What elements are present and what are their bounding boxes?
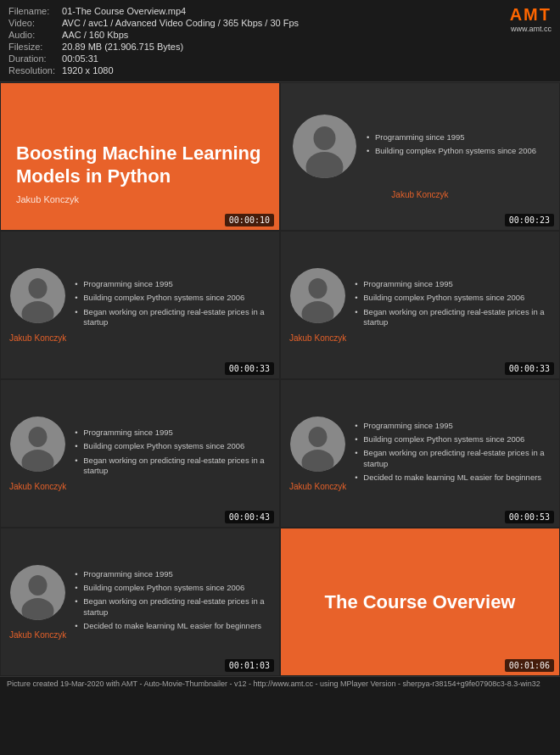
timestamp-4: 00:00:33 [505, 362, 554, 375]
duration-label: Duration: [8, 53, 62, 64]
bullet-list-5: Programming since 1995 Building complex … [75, 428, 271, 476]
course-overview-title: The Course Overview [308, 574, 533, 630]
filesize-label: Filesize: [8, 41, 62, 53]
bullet-5-2: Began working on predicting real-estate … [75, 456, 271, 477]
thumbnail-1: Boosting Machine Learning Models in Pyth… [0, 82, 280, 231]
info-bar: Filename: 01-The Course Overview.mp4 Vid… [0, 0, 560, 82]
bullet-list-7: Programming since 1995 Building complex … [75, 569, 271, 632]
timestamp-8: 00:01:06 [505, 659, 554, 672]
photo-circle-3 [10, 268, 65, 323]
footer-bar: Picture created 19-Mar-2020 with AMT - A… [0, 676, 560, 691]
slide-content-3: Programming since 1995 Building complex … [75, 279, 271, 331]
thumbnail-2: Programming since 1995 Building complex … [280, 82, 560, 231]
amt-brand: AMT [510, 5, 552, 25]
bullet-6-0: Programming since 1995 [355, 421, 551, 431]
bullet-7-1: Building complex Python systems since 20… [75, 583, 271, 593]
bullet-4-0: Programming since 1995 [355, 279, 551, 289]
author-name-2: Jakub Konczyk [391, 190, 448, 199]
resolution-value: 1920 x 1080 [62, 64, 302, 76]
thumbnail-4: Jakub Konczyk Programming since 1995 Bui… [280, 231, 560, 379]
author-name-5: Jakub Konczyk [9, 482, 66, 491]
duration-value: 00:05:31 [62, 53, 302, 64]
svg-point-7 [309, 278, 328, 299]
author-name-4: Jakub Konczyk [289, 333, 346, 343]
bullet-3-1: Building complex Python systems since 20… [75, 293, 271, 303]
svg-point-1 [314, 126, 336, 150]
filename-value: 01-The Course Overview.mp4 [62, 5, 302, 17]
photo-circle-7 [10, 565, 65, 620]
svg-point-16 [29, 575, 48, 596]
bullet-6-2: Began working on predicting real-estate … [355, 448, 551, 469]
timestamp-6: 00:00:53 [505, 511, 554, 523]
filename-label: Filename: [8, 5, 62, 17]
timestamp-7: 00:01:03 [225, 659, 274, 672]
photo-circle-4 [290, 268, 345, 323]
timestamp-2: 00:00:23 [505, 214, 554, 226]
bullet-4-2: Began working on predicting real-estate … [355, 307, 551, 328]
slide-content-6: Programming since 1995 Building complex … [355, 421, 551, 487]
bullet-3-2: Began working on predicting real-estate … [75, 307, 271, 328]
slide-title-1: Boosting Machine Learning Models in Pyth… [16, 143, 264, 187]
bullet-7-2: Began working on predicting real-estate … [75, 596, 271, 618]
bullet-7-0: Programming since 1995 [75, 569, 271, 579]
bullet-list-3: Programming since 1995 Building complex … [75, 279, 271, 327]
audio-label: Audio: [8, 29, 62, 41]
bullet-list-2: Programming since 1995 Building complex … [367, 132, 536, 157]
timestamp-1: 00:00:10 [225, 214, 274, 226]
svg-point-4 [29, 278, 48, 299]
author-name-3: Jakub Konczyk [9, 333, 66, 343]
video-label: Video: [8, 17, 62, 29]
bullet-list-4: Programming since 1995 Building complex … [355, 279, 551, 327]
filesize-value: 20.89 MB (21.906.715 Bytes) [62, 41, 302, 53]
bullet-5-1: Building complex Python systems since 20… [75, 441, 271, 451]
bullet-6-3: Decided to make learning ML easier for b… [355, 473, 551, 483]
thumbnail-7: Jakub Konczyk Programming since 1995 Bui… [0, 528, 280, 676]
thumbnail-5: Jakub Konczyk Programming since 1995 Bui… [0, 379, 280, 528]
timestamp-5: 00:00:43 [225, 511, 274, 523]
author-name-7: Jakub Konczyk [9, 630, 66, 640]
slide-content-4: Programming since 1995 Building complex … [355, 279, 551, 331]
bullet-5-0: Programming since 1995 [75, 428, 271, 438]
thumbnail-8: The Course Overview 00:01:06 [280, 528, 560, 676]
photo-circle-6 [290, 417, 345, 472]
bullet-2-0: Programming since 1995 [367, 132, 536, 143]
bullet-7-3: Decided to make learning ML easier for b… [75, 621, 271, 631]
audio-value: AAC / 160 Kbps [62, 29, 302, 41]
photo-circle-2 [293, 115, 356, 178]
bullet-list-6: Programming since 1995 Building complex … [355, 421, 551, 484]
footer-text: Picture created 19-Mar-2020 with AMT - A… [7, 680, 540, 688]
slide-content-5: Programming since 1995 Building complex … [75, 428, 271, 479]
thumbnails-grid: Boosting Machine Learning Models in Pyth… [0, 82, 560, 676]
slide-content-7: Programming since 1995 Building complex … [75, 569, 271, 635]
slide-author-1: Jakub Konczyk [16, 194, 264, 204]
bullet-3-0: Programming since 1995 [75, 279, 271, 289]
thumbnail-6: Jakub Konczyk Programming since 1995 Bui… [280, 379, 560, 528]
svg-point-10 [29, 427, 48, 447]
resolution-label: Resolution: [8, 64, 62, 76]
bullet-4-1: Building complex Python systems since 20… [355, 293, 551, 303]
photo-circle-5 [10, 417, 65, 472]
bullet-2-1: Building complex Python systems since 20… [367, 146, 536, 156]
svg-point-13 [309, 427, 328, 447]
timestamp-3: 00:00:33 [225, 362, 274, 375]
author-name-6: Jakub Konczyk [289, 482, 346, 491]
amt-logo: AMT www.amt.cc [510, 5, 552, 33]
video-value: AVC / avc1 / Advanced Video Coding / 365… [62, 17, 302, 29]
bullet-6-1: Building complex Python systems since 20… [355, 434, 551, 445]
thumbnail-3: Jakub Konczyk Programming since 1995 Bui… [0, 231, 280, 379]
amt-url: www.amt.cc [510, 25, 552, 33]
